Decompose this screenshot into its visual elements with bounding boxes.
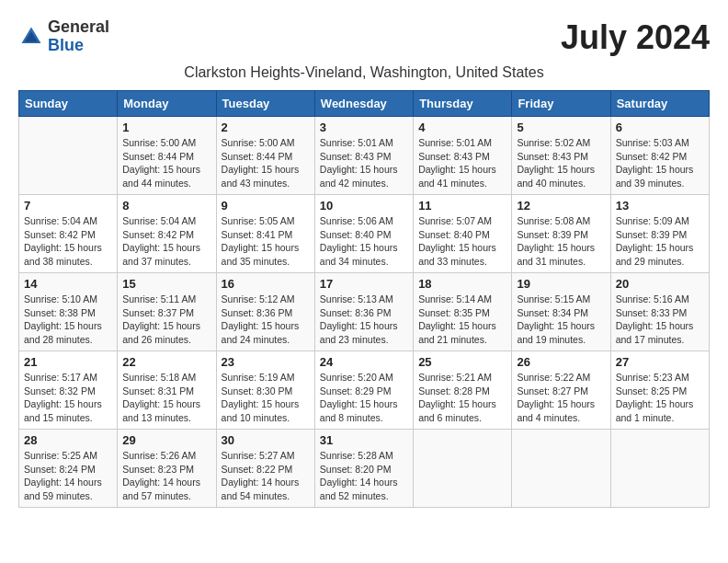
day-number: 7 — [24, 199, 112, 213]
day-number: 2 — [222, 121, 310, 134]
calendar-cell: 18Sunrise: 5:14 AM Sunset: 8:35 PM Dayli… — [414, 273, 512, 351]
cell-info: Sunrise: 5:08 AM Sunset: 8:39 PM Dayligh… — [517, 214, 605, 269]
day-header-friday: Friday — [512, 91, 610, 117]
day-number: 1 — [122, 121, 210, 134]
cell-info: Sunrise: 5:21 AM Sunset: 8:28 PM Dayligh… — [418, 371, 506, 425]
day-number: 16 — [222, 277, 310, 291]
calendar-cell — [414, 430, 512, 508]
calendar-cell: 21Sunrise: 5:17 AM Sunset: 8:32 PM Dayli… — [19, 351, 118, 430]
week-row-1: 1Sunrise: 5:00 AM Sunset: 8:44 PM Daylig… — [19, 117, 710, 195]
cell-info: Sunrise: 5:22 AM Sunset: 8:27 PM Dayligh… — [517, 371, 605, 425]
calendar-cell: 4Sunrise: 5:01 AM Sunset: 8:43 PM Daylig… — [414, 117, 512, 195]
cell-info: Sunrise: 5:07 AM Sunset: 8:40 PM Dayligh… — [418, 214, 506, 269]
cell-info: Sunrise: 5:20 AM Sunset: 8:29 PM Dayligh… — [320, 371, 408, 425]
calendar-cell: 12Sunrise: 5:08 AM Sunset: 8:39 PM Dayli… — [512, 195, 610, 273]
calendar-cell: 28Sunrise: 5:25 AM Sunset: 8:24 PM Dayli… — [19, 430, 118, 508]
cell-info: Sunrise: 5:15 AM Sunset: 8:34 PM Dayligh… — [517, 293, 605, 347]
cell-info: Sunrise: 5:16 AM Sunset: 8:33 PM Dayligh… — [616, 293, 704, 347]
logo-general: General — [48, 17, 109, 36]
calendar-cell: 3Sunrise: 5:01 AM Sunset: 8:43 PM Daylig… — [314, 117, 413, 195]
cell-info: Sunrise: 5:26 AM Sunset: 8:23 PM Dayligh… — [122, 449, 210, 503]
calendar-cell: 13Sunrise: 5:09 AM Sunset: 8:39 PM Dayli… — [610, 195, 709, 273]
day-header-saturday: Saturday — [610, 91, 709, 117]
page-header: General Blue July 2024 — [18, 18, 710, 57]
calendar-cell: 14Sunrise: 5:10 AM Sunset: 8:38 PM Dayli… — [19, 273, 118, 351]
day-number: 29 — [122, 433, 210, 447]
cell-info: Sunrise: 5:25 AM Sunset: 8:24 PM Dayligh… — [24, 449, 112, 503]
day-number: 26 — [517, 355, 605, 369]
day-number: 9 — [222, 199, 310, 213]
day-header-sunday: Sunday — [19, 91, 118, 117]
day-number: 17 — [320, 277, 408, 291]
calendar-cell: 5Sunrise: 5:02 AM Sunset: 8:43 PM Daylig… — [512, 117, 610, 195]
day-number: 31 — [320, 433, 408, 447]
logo: General Blue — [18, 18, 109, 55]
cell-info: Sunrise: 5:28 AM Sunset: 8:20 PM Dayligh… — [320, 449, 408, 503]
calendar-cell: 29Sunrise: 5:26 AM Sunset: 8:23 PM Dayli… — [118, 430, 216, 508]
cell-info: Sunrise: 5:01 AM Sunset: 8:43 PM Dayligh… — [320, 136, 408, 190]
calendar-cell: 27Sunrise: 5:23 AM Sunset: 8:25 PM Dayli… — [610, 351, 709, 430]
calendar-cell: 23Sunrise: 5:19 AM Sunset: 8:30 PM Dayli… — [216, 351, 314, 430]
cell-info: Sunrise: 5:02 AM Sunset: 8:43 PM Dayligh… — [517, 136, 605, 190]
day-number: 14 — [24, 277, 112, 291]
cell-info: Sunrise: 5:10 AM Sunset: 8:38 PM Dayligh… — [24, 293, 112, 347]
calendar-cell: 9Sunrise: 5:05 AM Sunset: 8:41 PM Daylig… — [216, 195, 314, 273]
day-number: 5 — [517, 121, 605, 134]
cell-info: Sunrise: 5:23 AM Sunset: 8:25 PM Dayligh… — [616, 371, 704, 425]
calendar-cell: 22Sunrise: 5:18 AM Sunset: 8:31 PM Dayli… — [118, 351, 216, 430]
logo-blue: Blue — [48, 36, 84, 54]
day-number: 22 — [122, 355, 210, 369]
cell-info: Sunrise: 5:12 AM Sunset: 8:36 PM Dayligh… — [222, 293, 310, 347]
day-number: 11 — [418, 199, 506, 213]
calendar-cell: 10Sunrise: 5:06 AM Sunset: 8:40 PM Dayli… — [314, 195, 413, 273]
days-header-row: SundayMondayTuesdayWednesdayThursdayFrid… — [19, 91, 710, 117]
cell-info: Sunrise: 5:04 AM Sunset: 8:42 PM Dayligh… — [122, 214, 210, 269]
calendar-cell: 15Sunrise: 5:11 AM Sunset: 8:37 PM Dayli… — [118, 273, 216, 351]
calendar-cell: 8Sunrise: 5:04 AM Sunset: 8:42 PM Daylig… — [118, 195, 216, 273]
cell-info: Sunrise: 5:11 AM Sunset: 8:37 PM Dayligh… — [122, 293, 210, 347]
day-header-wednesday: Wednesday — [314, 91, 413, 117]
calendar-cell: 31Sunrise: 5:28 AM Sunset: 8:20 PM Dayli… — [314, 430, 413, 508]
day-header-thursday: Thursday — [414, 91, 512, 117]
week-row-5: 28Sunrise: 5:25 AM Sunset: 8:24 PM Dayli… — [19, 430, 710, 508]
day-number: 25 — [418, 355, 506, 369]
cell-info: Sunrise: 5:13 AM Sunset: 8:36 PM Dayligh… — [320, 293, 408, 347]
cell-info: Sunrise: 5:14 AM Sunset: 8:35 PM Dayligh… — [418, 293, 506, 347]
cell-info: Sunrise: 5:01 AM Sunset: 8:43 PM Dayligh… — [418, 136, 506, 190]
day-number: 27 — [616, 355, 704, 369]
day-number: 19 — [517, 277, 605, 291]
day-number: 24 — [320, 355, 408, 369]
day-number: 8 — [122, 199, 210, 213]
cell-info: Sunrise: 5:09 AM Sunset: 8:39 PM Dayligh… — [616, 214, 704, 269]
cell-info: Sunrise: 5:06 AM Sunset: 8:40 PM Dayligh… — [320, 214, 408, 269]
day-number: 30 — [222, 433, 310, 447]
day-number: 15 — [122, 277, 210, 291]
week-row-3: 14Sunrise: 5:10 AM Sunset: 8:38 PM Dayli… — [19, 273, 710, 351]
calendar-cell: 16Sunrise: 5:12 AM Sunset: 8:36 PM Dayli… — [216, 273, 314, 351]
cell-info: Sunrise: 5:00 AM Sunset: 8:44 PM Dayligh… — [222, 136, 310, 190]
day-number: 12 — [517, 199, 605, 213]
cell-info: Sunrise: 5:17 AM Sunset: 8:32 PM Dayligh… — [24, 371, 112, 425]
day-number: 28 — [24, 433, 112, 447]
week-row-2: 7Sunrise: 5:04 AM Sunset: 8:42 PM Daylig… — [19, 195, 710, 273]
cell-info: Sunrise: 5:04 AM Sunset: 8:42 PM Dayligh… — [24, 214, 112, 269]
cell-info: Sunrise: 5:18 AM Sunset: 8:31 PM Dayligh… — [122, 371, 210, 425]
location-title: Clarkston Heights-Vineland, Washington, … — [18, 64, 710, 81]
calendar-cell: 26Sunrise: 5:22 AM Sunset: 8:27 PM Dayli… — [512, 351, 610, 430]
day-number: 10 — [320, 199, 408, 213]
calendar-cell — [19, 117, 118, 195]
calendar-cell — [610, 430, 709, 508]
day-number: 4 — [418, 121, 506, 134]
day-number: 21 — [24, 355, 112, 369]
calendar-cell: 24Sunrise: 5:20 AM Sunset: 8:29 PM Dayli… — [314, 351, 413, 430]
week-row-4: 21Sunrise: 5:17 AM Sunset: 8:32 PM Dayli… — [19, 351, 710, 430]
calendar-table: SundayMondayTuesdayWednesdayThursdayFrid… — [18, 90, 710, 508]
calendar-cell — [512, 430, 610, 508]
day-number: 20 — [616, 277, 704, 291]
cell-info: Sunrise: 5:19 AM Sunset: 8:30 PM Dayligh… — [222, 371, 310, 425]
calendar-cell: 20Sunrise: 5:16 AM Sunset: 8:33 PM Dayli… — [610, 273, 709, 351]
day-number: 6 — [616, 121, 704, 134]
calendar-cell: 19Sunrise: 5:15 AM Sunset: 8:34 PM Dayli… — [512, 273, 610, 351]
cell-info: Sunrise: 5:05 AM Sunset: 8:41 PM Dayligh… — [222, 214, 310, 269]
calendar-cell: 11Sunrise: 5:07 AM Sunset: 8:40 PM Dayli… — [414, 195, 512, 273]
